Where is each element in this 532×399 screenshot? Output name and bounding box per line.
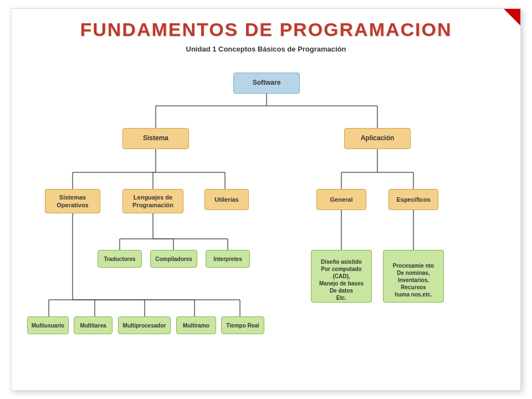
box-aplicacion: Aplicación [344, 128, 411, 149]
box-general: General [316, 189, 366, 210]
box-cad: Diseño asistido Por computado (CAD), Man… [311, 250, 372, 303]
box-multiprocesador: Multiprocesador [118, 316, 171, 334]
box-interpretes: Interpretes [206, 250, 250, 268]
box-sistemas-operativos: Sistemas Operativos [45, 189, 100, 213]
box-traductores: Traductores [98, 250, 142, 268]
box-multitarea: Multitarea [74, 316, 112, 334]
main-title: FUNDAMENTOS DE PROGRAMACION [12, 9, 520, 40]
box-tiemporeal: Tiempo Real [221, 316, 264, 334]
slide: FUNDAMENTOS DE PROGRAMACION Unidad 1 Con… [11, 8, 521, 391]
box-especificos: Específicos [388, 189, 438, 210]
box-lenguajes: Lenguajes de Programación [122, 189, 183, 213]
box-utileria: Utilerías [204, 189, 249, 210]
box-sistema: Sistema [122, 128, 189, 149]
box-compiladores: Compiladores [150, 250, 197, 268]
box-software: Software [233, 73, 300, 94]
box-multiusuario: Multiusuario [27, 316, 69, 334]
subtitle: Unidad 1 Conceptos Básicos de Programaci… [12, 45, 520, 53]
box-nominas: Procesamie nto De nominas, Inventarios, … [383, 250, 444, 303]
diagram: Software Sistema Aplicación Sistemas Ope… [12, 56, 520, 383]
box-multiramo: Multiramo [176, 316, 216, 334]
